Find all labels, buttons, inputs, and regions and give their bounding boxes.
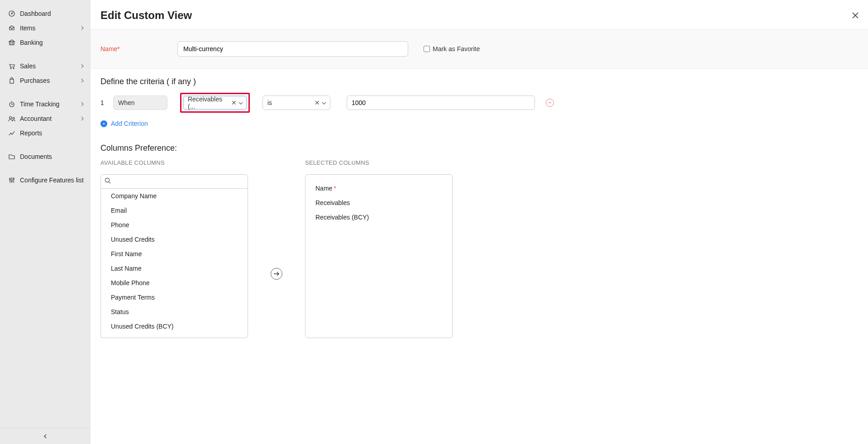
- criteria-section: Define the criteria ( if any ) 1 When Re…: [91, 69, 868, 135]
- sidebar-item-sales[interactable]: Sales: [0, 59, 91, 73]
- chevron-down-icon: [238, 99, 243, 106]
- transfer-right-button[interactable]: [271, 268, 282, 280]
- name-section: Name* Mark as Favorite: [91, 29, 868, 69]
- available-columns: AVAILABLE COLUMNS Company NameEmailPhone…: [100, 159, 248, 338]
- criteria-index: 1: [100, 99, 109, 106]
- sidebar-item-configure-features-list[interactable]: Configure Features list: [0, 173, 91, 187]
- sidebar-item-label: Configure Features list: [20, 177, 84, 184]
- available-column-item[interactable]: Company Name: [101, 189, 248, 203]
- name-input[interactable]: [177, 41, 408, 57]
- favorite-label: Mark as Favorite: [433, 45, 480, 53]
- header: Edit Custom View: [91, 0, 868, 29]
- sidebar-collapse-button[interactable]: [0, 428, 91, 444]
- sales-icon: [8, 62, 15, 70]
- sidebar-item-label: Dashboard: [20, 10, 51, 17]
- svg-point-10: [13, 178, 14, 180]
- purchases-icon: [8, 77, 15, 84]
- svg-rect-4: [10, 79, 14, 83]
- chevron-down-icon: [322, 99, 326, 106]
- chevron-right-icon: [81, 62, 84, 70]
- sidebar-item-documents[interactable]: Documents: [0, 149, 91, 164]
- criteria-when: When: [113, 95, 167, 110]
- svg-point-12: [105, 178, 110, 182]
- sidebar-item-label: Documents: [20, 153, 52, 160]
- page-title: Edit Custom View: [100, 9, 192, 22]
- available-columns-label: AVAILABLE COLUMNS: [100, 159, 248, 166]
- favorite-checkbox[interactable]: [424, 46, 430, 52]
- svg-point-8: [10, 179, 11, 180]
- sidebar-item-label: Sales: [20, 62, 36, 70]
- criteria-operator-select[interactable]: is ✕: [262, 95, 330, 110]
- available-column-item[interactable]: Payment Terms: [101, 290, 248, 305]
- chevron-right-icon: [81, 24, 84, 32]
- criteria-heading: Define the criteria ( if any ): [100, 77, 858, 86]
- sidebar-items: DashboardItemsBankingSalesPurchasesTime …: [0, 0, 91, 187]
- sidebar-item-label: Accountant: [20, 115, 52, 122]
- sidebar-item-dashboard[interactable]: Dashboard: [0, 6, 91, 21]
- sidebar-item-time-tracking[interactable]: Time Tracking: [0, 97, 91, 111]
- available-search-wrap: [100, 174, 248, 189]
- chevron-right-icon: [81, 115, 84, 122]
- columns-heading: Columns Preference:: [100, 143, 858, 153]
- selected-column-item[interactable]: Receivables (BCY): [305, 210, 452, 224]
- search-icon: [105, 177, 111, 186]
- time-icon: [8, 100, 15, 108]
- svg-point-3: [13, 68, 14, 69]
- main: Edit Custom View Name* Mark as Favorite …: [91, 0, 868, 444]
- sidebar-item-purchases[interactable]: Purchases: [0, 73, 91, 88]
- criteria-value-input[interactable]: [347, 95, 535, 110]
- sidebar-item-label: Reports: [20, 129, 42, 137]
- close-button[interactable]: [850, 10, 861, 21]
- plus-icon: +: [100, 120, 107, 127]
- selected-column-item[interactable]: Name*: [305, 181, 452, 196]
- svg-point-1: [11, 13, 12, 14]
- chevron-right-icon: [81, 77, 84, 84]
- sidebar-item-label: Purchases: [20, 77, 50, 84]
- available-column-item[interactable]: Unused Credits: [101, 232, 248, 247]
- items-icon: [8, 24, 15, 32]
- columns-section: Columns Preference: AVAILABLE COLUMNS Co…: [91, 135, 868, 346]
- available-column-item[interactable]: Website: [101, 334, 248, 338]
- selected-column-item[interactable]: Receivables: [305, 196, 452, 210]
- columns-row: AVAILABLE COLUMNS Company NameEmailPhone…: [100, 159, 858, 338]
- sidebar-item-banking[interactable]: Banking: [0, 35, 91, 50]
- content-scroll[interactable]: Name* Mark as Favorite Define the criter…: [91, 29, 868, 444]
- available-column-item[interactable]: Email: [101, 203, 248, 218]
- selected-list[interactable]: Name*ReceivablesReceivables (BCY): [305, 174, 453, 338]
- sidebar-item-accountant[interactable]: Accountant: [0, 111, 91, 126]
- name-label: Name*: [100, 45, 177, 53]
- svg-point-6: [10, 117, 12, 119]
- accountant-icon: [8, 115, 15, 122]
- svg-point-9: [11, 181, 13, 182]
- available-column-item[interactable]: Phone: [101, 218, 248, 232]
- sidebar-item-label: Banking: [20, 39, 43, 46]
- dashboard-icon: [8, 10, 15, 17]
- available-column-item[interactable]: Status: [101, 305, 248, 319]
- available-column-item[interactable]: Mobile Phone: [101, 276, 248, 290]
- available-column-item[interactable]: Unused Credits (BCY): [101, 319, 248, 334]
- chevron-right-icon: [81, 100, 84, 108]
- add-criterion-button[interactable]: + Add Criterion: [100, 120, 858, 127]
- available-search-input[interactable]: [114, 178, 244, 185]
- available-column-item[interactable]: First Name: [101, 247, 248, 261]
- favorite-checkbox-label[interactable]: Mark as Favorite: [424, 45, 480, 53]
- available-column-item[interactable]: Last Name: [101, 261, 248, 276]
- criteria-row: 1 When Receivables (... ✕ is ✕: [100, 93, 858, 113]
- svg-point-7: [13, 117, 14, 119]
- clear-icon[interactable]: ✕: [231, 99, 237, 106]
- criteria-field-select[interactable]: Receivables (... ✕: [183, 95, 247, 110]
- available-list[interactable]: Company NameEmailPhoneUnused CreditsFirs…: [100, 189, 248, 338]
- reports-icon: [8, 129, 15, 137]
- banking-icon: [8, 39, 15, 46]
- svg-line-13: [109, 182, 111, 184]
- sidebar: DashboardItemsBankingSalesPurchasesTime …: [0, 0, 91, 444]
- sidebar-item-label: Time Tracking: [20, 100, 59, 108]
- sidebar-item-reports[interactable]: Reports: [0, 126, 91, 140]
- selected-columns: SELECTED COLUMNS Name*ReceivablesReceiva…: [305, 159, 453, 338]
- configure-icon: [8, 177, 15, 184]
- criteria-field-highlight: Receivables (... ✕: [180, 93, 250, 113]
- required-star: *: [334, 185, 336, 192]
- sidebar-item-items[interactable]: Items: [0, 21, 91, 35]
- remove-criterion-button[interactable]: [546, 99, 554, 107]
- clear-icon[interactable]: ✕: [315, 99, 320, 106]
